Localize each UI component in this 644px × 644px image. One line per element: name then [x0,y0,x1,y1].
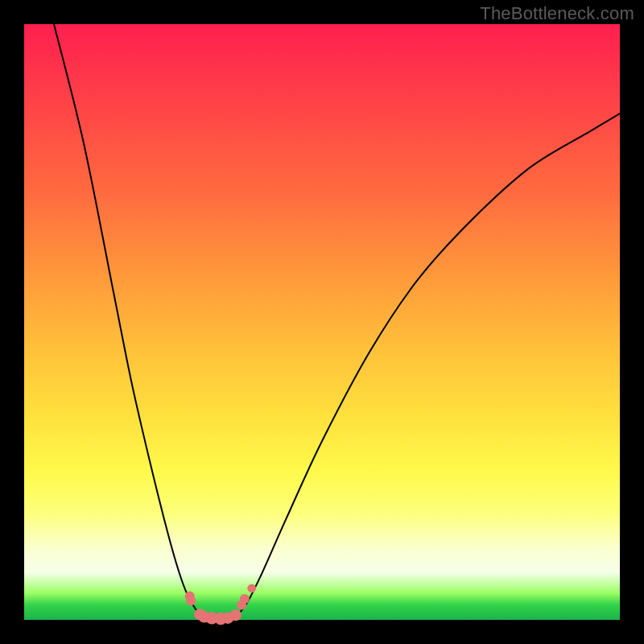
curve-marker [230,609,242,621]
chart-frame: TheBottleneck.com [0,0,644,644]
curve-right-branch [233,114,620,620]
curve-marker [186,596,196,605]
gradient-plot-area [24,24,620,620]
curve-left-branch [54,24,208,620]
curve-layer [24,24,620,620]
curve-marker [240,594,250,604]
curve-marker [247,584,256,592]
watermark-text: TheBottleneck.com [480,3,634,24]
